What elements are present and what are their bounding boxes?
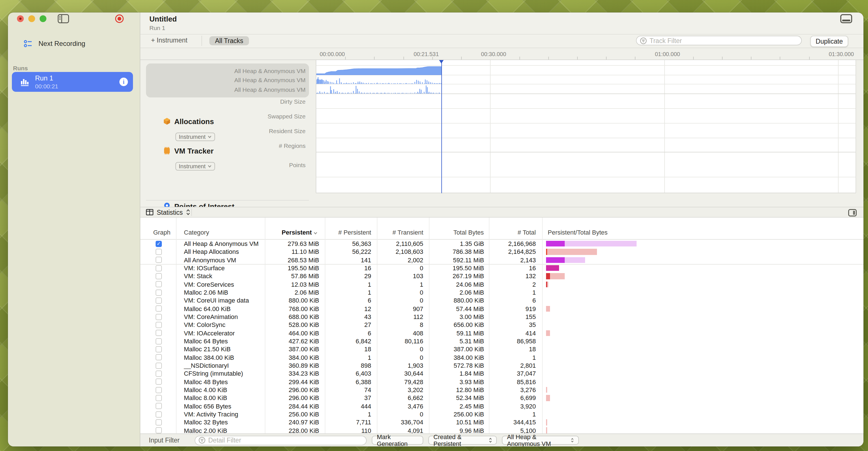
lifecycle-dropdown[interactable]: Created & Persistent: [428, 436, 497, 445]
track-lane[interactable]: [316, 123, 855, 138]
persistent-total-bar: [546, 419, 547, 425]
column-header-category[interactable]: Category: [184, 229, 209, 236]
table-row[interactable]: VM: CoreAnimation688.00 KiB431123.00 MiB…: [140, 313, 864, 321]
table-row[interactable]: Malloc 4.00 KiB296.00 KiB743,20212.80 Mi…: [140, 386, 864, 394]
all-tracks-button[interactable]: All Tracks: [209, 36, 249, 45]
track-header-allocations[interactable]: Allocations: [163, 117, 214, 125]
graph-checkbox[interactable]: [156, 362, 162, 369]
graph-checkbox[interactable]: [156, 257, 162, 263]
graph-checkbox[interactable]: [156, 281, 162, 287]
table-row[interactable]: Malloc 2.06 MiB2.06 MiB102.06 MiB1: [140, 288, 864, 297]
close-button[interactable]: [17, 15, 24, 22]
graph-checkbox[interactable]: [156, 411, 162, 417]
lanes-gutter: [855, 60, 864, 193]
table-row[interactable]: Malloc 32 Bytes240.97 KiB7,711336,70410.…: [140, 418, 864, 427]
table-row[interactable]: VM: CoreServices12.03 MiB1124.06 MiB2: [140, 280, 864, 288]
graph-checkbox[interactable]: [156, 427, 162, 433]
column-header--total[interactable]: # Total: [486, 229, 536, 236]
graph-checkbox[interactable]: [156, 403, 162, 409]
table-row[interactable]: All Heap Allocations11.10 MiB56,2222,108…: [140, 248, 864, 256]
graph-checkbox[interactable]: [156, 314, 162, 320]
track-lane[interactable]: [316, 177, 855, 193]
track-lane[interactable]: [316, 152, 855, 177]
table-row[interactable]: VM: IOSurface195.50 MiB160195.50 MiB16: [140, 264, 864, 272]
instrument-dropdown[interactable]: Instrument: [176, 133, 215, 141]
graph-checkbox[interactable]: [156, 298, 162, 304]
graph-checkbox[interactable]: [156, 419, 162, 425]
graph-checkbox[interactable]: [156, 395, 162, 401]
persistent-total-bar: [546, 281, 548, 287]
graph-checkbox[interactable]: [156, 265, 162, 271]
run-list-item[interactable]: Run 1 00:00:21 i: [12, 72, 133, 92]
track-lane[interactable]: [316, 66, 855, 75]
graph-checkbox[interactable]: [156, 354, 162, 360]
table-row[interactable]: Malloc 2.00 KiB228.00 KiB1104,0919.96 Mi…: [140, 426, 864, 433]
track-lane[interactable]: [316, 60, 855, 66]
column-header-total-bytes[interactable]: Total Bytes: [427, 229, 484, 236]
minimize-button[interactable]: [28, 15, 35, 22]
track-lane[interactable]: [316, 94, 855, 109]
duplicate-button[interactable]: Duplicate: [810, 35, 848, 47]
table-cell: 0: [378, 288, 423, 297]
graph-checkbox[interactable]: [156, 322, 162, 328]
table-row[interactable]: Malloc 64 Bytes427.62 KiB6,84280,1165.31…: [140, 337, 864, 345]
track-lanes[interactable]: [316, 60, 855, 193]
track-lane[interactable]: [316, 138, 855, 152]
graph-checkbox[interactable]: [156, 330, 162, 336]
scope-dropdown[interactable]: All Heap & Anonymous VM: [502, 436, 579, 445]
graph-checkbox[interactable]: ✓: [156, 241, 162, 247]
table-row[interactable]: Malloc 48 Bytes299.44 KiB6,38879,4283.93…: [140, 377, 864, 386]
table-cell: 1: [490, 410, 536, 418]
bottom-panel-toggle-icon[interactable]: [840, 14, 852, 23]
graph-checkbox[interactable]: [156, 249, 162, 255]
track-lane[interactable]: [316, 75, 855, 84]
info-icon[interactable]: i: [119, 78, 128, 86]
graph-checkbox[interactable]: [156, 370, 162, 377]
instrument-dropdown[interactable]: Instrument: [176, 162, 215, 171]
track-lane[interactable]: [316, 109, 855, 123]
table-row[interactable]: ✓All Heap & Anonymous VM279.63 MiB56,363…: [140, 239, 864, 248]
table-row[interactable]: __NSDictionaryI360.89 KiB8981,903572.78 …: [140, 362, 864, 370]
graph-checkbox[interactable]: [156, 289, 162, 295]
zoom-button[interactable]: [39, 15, 46, 22]
sidebar-item-next-recording[interactable]: Next Recording: [24, 39, 85, 48]
table-row[interactable]: VM: Stack57.86 MiB29103267.19 MiB132: [140, 272, 864, 280]
column-header-graph[interactable]: Graph: [148, 229, 176, 236]
table-row[interactable]: VM: IOAccelerator464.00 KiB640859.11 MiB…: [140, 329, 864, 337]
table-row[interactable]: Malloc 21.50 KiB387.00 KiB180387.00 KiB1…: [140, 345, 864, 354]
table-row[interactable]: Malloc 384.00 KiB384.00 KiB10384.00 KiB1: [140, 353, 864, 362]
track-lane[interactable]: [316, 84, 855, 94]
sidebar-toggle-icon[interactable]: [58, 14, 69, 23]
column-header--persistent[interactable]: # Persistent: [321, 229, 371, 236]
table-cell: 4,091: [378, 426, 423, 433]
timeline-ruler[interactable]: 00:00.00000:21.53100:30.00001:00.00001:3…: [140, 48, 864, 60]
column-header-persistent-total-bytes[interactable]: Persistent/Total Bytes: [548, 229, 608, 236]
table-row[interactable]: VM: CoreUI image data880.00 KiB60880.00 …: [140, 297, 864, 305]
table-cell: 57.44 MiB: [430, 305, 484, 313]
track-header-vm-tracker[interactable]: VM Tracker: [163, 147, 214, 155]
graph-checkbox[interactable]: [156, 305, 162, 312]
table-row[interactable]: All Anonymous VM268.53 MiB1412,002592.11…: [140, 256, 864, 264]
graph-checkbox[interactable]: [156, 273, 162, 279]
graph-checkbox[interactable]: [156, 387, 162, 393]
column-header--transient[interactable]: # Transient: [373, 229, 423, 236]
record-button[interactable]: [115, 14, 124, 23]
detail-filter-input[interactable]: Detail Filter: [195, 435, 367, 445]
graph-checkbox[interactable]: [156, 346, 162, 353]
graph-checkbox[interactable]: [156, 338, 162, 344]
table-row[interactable]: VM: ColorSync528.00 KiB278656.00 KiB35: [140, 321, 864, 329]
track-title: VM Tracker: [174, 146, 214, 155]
track-filter-input[interactable]: Track Filter: [636, 36, 802, 45]
playhead-line[interactable]: [441, 60, 442, 193]
table-row[interactable]: VM: Activity Tracing256.00 KiB10256.00 K…: [140, 410, 864, 418]
table-row[interactable]: Malloc 8.00 KiB296.00 KiB376,66252.34 Mi…: [140, 394, 864, 402]
table-row[interactable]: Malloc 64.00 KiB768.00 KiB1290757.44 MiB…: [140, 305, 864, 313]
table-row[interactable]: Malloc 656 Bytes284.44 KiB4443,4762.45 M…: [140, 402, 864, 410]
graph-checkbox[interactable]: [156, 378, 162, 385]
mark-generation-button[interactable]: Mark Generation: [372, 436, 423, 445]
right-panel-toggle-icon[interactable]: [848, 209, 857, 216]
statistics-view-selector[interactable]: Statistics: [146, 209, 190, 216]
column-header-persistent[interactable]: Persistent: [242, 229, 312, 236]
table-row[interactable]: CFString (immutable)334.23 KiB6,40330,64…: [140, 370, 864, 378]
add-instrument-button[interactable]: + Instrument: [151, 37, 188, 44]
